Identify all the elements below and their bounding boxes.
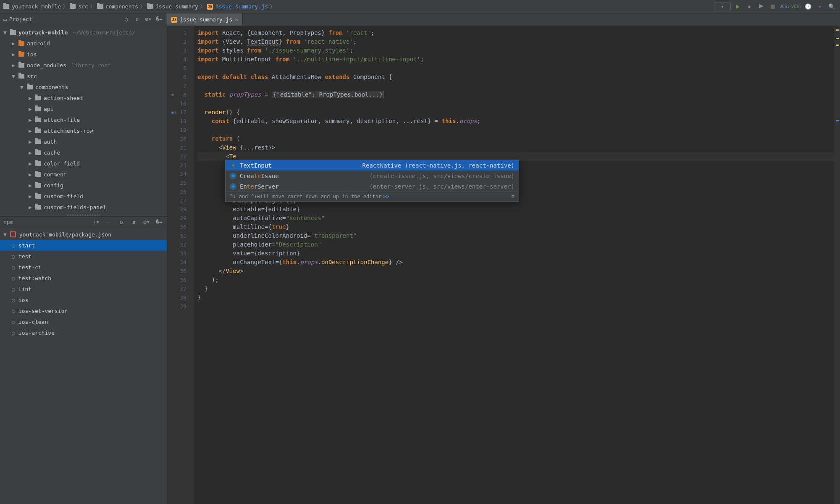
chevron-icon[interactable]: ▶ — [29, 193, 33, 200]
completion-popup[interactable]: ⚛ TextInput ReactNative (react-native.js… — [225, 160, 519, 202]
npm-script[interactable]: ○test:watch — [0, 273, 167, 284]
hide-icon[interactable]: �→ — [155, 15, 163, 24]
npm-script[interactable]: ○ios-clean — [0, 316, 167, 327]
chevron-icon[interactable]: ▶ — [29, 160, 33, 167]
tree-item[interactable]: ▼ src — [0, 71, 167, 81]
tree-item[interactable]: ▶ attachments-row — [0, 125, 167, 136]
completion-hint: ^↓ and ^↑ will move caret down and up in… — [226, 192, 519, 201]
npm-scripts-tree[interactable]: ▼ youtrack-mobile/package.json ○start○te… — [0, 227, 167, 504]
npm-script[interactable]: ○test-ci — [0, 262, 167, 273]
panel-title[interactable]: npm — [3, 219, 88, 225]
editor-tab[interactable]: JS issue-summary.js × — [167, 13, 243, 26]
gear-icon[interactable]: ⚙▾ — [142, 218, 151, 226]
tree-item[interactable]: ▶ android — [0, 38, 167, 49]
folder-icon — [35, 172, 41, 177]
vcs-commit-icon[interactable]: VCS↑ — [791, 2, 801, 12]
error-stripe[interactable] — [834, 26, 840, 504]
chevron-icon[interactable]: ▶ — [29, 117, 33, 123]
refresh-icon[interactable]: ↻ — [117, 218, 126, 226]
hide-icon[interactable]: �→ — [155, 218, 163, 226]
chevron-down-icon[interactable]: ▼ — [3, 231, 7, 238]
chevron-right-icon: 〉 — [90, 3, 95, 10]
completion-item[interactable]: ⚛ CreateIssue (create-issue.js, src/view… — [226, 171, 519, 181]
locate-icon[interactable]: ◎ — [122, 15, 131, 24]
npm-script[interactable]: ○ios — [0, 294, 167, 305]
chevron-icon[interactable]: ▶ — [29, 106, 33, 112]
npm-package-node[interactable]: ▼ youtrack-mobile/package.json — [0, 229, 167, 240]
npm-script[interactable]: ○ios-archive — [0, 327, 167, 338]
chevron-icon[interactable]: ▶ — [29, 128, 33, 134]
tree-item[interactable]: ▼ components — [0, 81, 167, 92]
bullet-icon: ○ — [12, 264, 15, 270]
chevron-icon[interactable]: ▶ — [12, 40, 16, 47]
tree-item[interactable]: ▶ custom-fields-panel — [0, 202, 167, 213]
tree-item[interactable]: ▶ action-sheet — [0, 92, 167, 103]
chevron-icon[interactable]: ▶ — [29, 150, 33, 156]
npm-script[interactable]: ○start — [0, 240, 167, 251]
breadcrumb-item[interactable]: src — [70, 3, 88, 10]
folder-icon — [35, 96, 41, 100]
pi-icon[interactable]: π — [512, 194, 514, 200]
collapse-icon[interactable]: ⇵ — [133, 15, 142, 24]
add-icon[interactable]: +▾ — [92, 218, 100, 226]
npm-script[interactable]: ○test — [0, 251, 167, 262]
remove-icon[interactable]: − — [105, 218, 113, 226]
chevron-icon[interactable]: ▶ — [29, 171, 33, 178]
npm-script[interactable]: ○lint — [0, 284, 167, 294]
bullet-icon: ○ — [12, 253, 15, 260]
stop-icon[interactable] — [768, 2, 778, 12]
gear-icon[interactable]: ⚙▾ — [144, 15, 152, 24]
breadcrumb-item[interactable]: JSissue-summary.js — [207, 3, 268, 10]
debug-icon[interactable]: ✹ — [744, 2, 754, 12]
tree-item[interactable]: ▶ ios — [0, 49, 167, 60]
breadcrumb-item[interactable]: issue-summary — [147, 3, 198, 10]
run-config-combo[interactable]: ▾ — [714, 2, 731, 11]
chevron-down-icon[interactable]: ▼ — [3, 29, 8, 36]
line-gutter[interactable]: 1234567⊕816◉↑171819202122232425262728293… — [167, 26, 194, 504]
vcs-update-icon[interactable]: VCS↓ — [780, 2, 790, 12]
search-icon[interactable]: 🔍 — [827, 2, 837, 12]
project-tree[interactable]: ▼ youtrack-mobile ~/WebstormProjects/ ▶ … — [0, 25, 167, 214]
tree-item[interactable]: ▶ attach-file — [0, 114, 167, 125]
tree-item[interactable]: ▶ api — [0, 103, 167, 114]
tree-root[interactable]: ▼ youtrack-mobile ~/WebstormProjects/ — [0, 27, 167, 38]
project-view-icon[interactable]: ▭ — [3, 16, 7, 22]
folder-icon — [35, 150, 41, 155]
chevron-icon[interactable]: ▶ — [29, 182, 33, 189]
completion-item[interactable]: ⚛ EnterServer (enter-server.js, src/view… — [226, 181, 519, 192]
completion-item[interactable]: ⚛ TextInput ReactNative (react-native.js… — [226, 160, 519, 171]
folder-icon — [35, 107, 41, 111]
bullet-icon: ○ — [12, 330, 15, 336]
close-icon[interactable]: × — [235, 16, 238, 23]
tree-item[interactable]: ▶ custom-field — [0, 191, 167, 202]
chevron-icon[interactable]: ▶ — [29, 95, 33, 101]
tree-item[interactable]: ▶ color-field — [0, 158, 167, 169]
tree-item[interactable]: ▶ config — [0, 180, 167, 191]
tree-item[interactable]: ▶ comment — [0, 169, 167, 180]
breadcrumb-item[interactable]: components — [97, 3, 138, 10]
hint-link[interactable]: >> — [383, 194, 389, 200]
breadcrumb-item[interactable]: youtrack-mobile — [3, 3, 61, 10]
chevron-icon[interactable]: ▶ — [12, 62, 16, 68]
chevron-icon[interactable]: ▼ — [20, 84, 24, 90]
code-area[interactable]: import React, {Component, PropTypes} fro… — [194, 26, 834, 504]
chevron-icon[interactable]: ▶ — [29, 139, 33, 145]
tree-item[interactable]: ▶ cache — [0, 147, 167, 158]
chevron-icon[interactable]: ▶ — [29, 204, 33, 210]
bullet-icon: ○ — [12, 275, 15, 281]
panel-title[interactable]: Project — [9, 16, 120, 22]
undo-icon[interactable]: ↶ — [815, 2, 825, 12]
tree-item[interactable]: ▶ node_modules library root — [0, 60, 167, 71]
folder-icon — [18, 52, 24, 57]
project-panel-header: ▭ Project ◎ ⇵ ⚙▾ �→ — [0, 13, 167, 25]
tree-item[interactable]: ▶ auth — [0, 136, 167, 147]
chevron-right-icon: 〉 — [140, 3, 145, 10]
chevron-icon[interactable]: ▼ — [12, 73, 16, 79]
bullet-icon: ○ — [12, 319, 15, 325]
collapse-icon[interactable]: ⇵ — [130, 218, 138, 226]
chevron-icon[interactable]: ▶ — [12, 51, 16, 58]
coverage-icon[interactable]: ⯈ — [756, 2, 766, 12]
run-icon[interactable] — [732, 2, 743, 12]
npm-script[interactable]: ○ios-set-version — [0, 305, 167, 316]
history-icon[interactable]: 🕓 — [803, 2, 813, 12]
